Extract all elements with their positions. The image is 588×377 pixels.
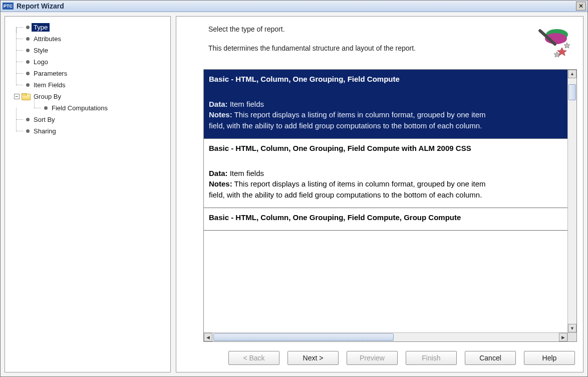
finish-button[interactable]: Finish (406, 351, 457, 365)
tree-item-field-computations[interactable]: Field Computations (32, 102, 167, 114)
window-title: Report Wizard (17, 2, 576, 10)
report-type-title: Basic - HTML, Column, One Grouping, Fiel… (209, 212, 562, 223)
tree-label: Style (32, 46, 50, 55)
bullet-icon (26, 26, 30, 29)
bullet-icon (26, 118, 30, 121)
scroll-track[interactable] (212, 333, 559, 341)
bullet-icon (44, 106, 48, 110)
report-type-title: Basic - HTML, Column, One Grouping, Fiel… (209, 74, 562, 85)
titlebar: PTC Report Wizard ✕ (1, 1, 587, 12)
wizard-body: Type Attributes Style Logo Parameters (1, 12, 587, 376)
bullet-icon (26, 60, 30, 64)
wizard-wand-icon (536, 24, 573, 59)
wizard-button-bar: < Back Next > Preview Finish Cancel Help (176, 348, 583, 372)
svg-marker-5 (554, 52, 560, 57)
notes-value: This report displays a listing of items … (209, 110, 485, 130)
scroll-corner (567, 333, 576, 341)
tree-item-item-fields[interactable]: Item Fields (14, 79, 167, 91)
scroll-up-icon[interactable]: ▲ (568, 70, 576, 78)
tree-label: Type (32, 23, 50, 32)
report-type-list: Basic - HTML, Column, One Grouping, Fiel… (203, 69, 577, 342)
tree-label: Logo (32, 58, 50, 66)
report-type-item[interactable]: Basic - HTML, Column, One Grouping, Fiel… (204, 70, 567, 139)
tree-label: Item Fields (32, 81, 68, 89)
back-button[interactable]: < Back (228, 351, 279, 365)
folder-icon (22, 93, 30, 100)
wizard-steps-tree: Type Attributes Style Logo Parameters (5, 16, 171, 372)
tree-label: Sort By (32, 115, 57, 124)
notes-label: Notes: (209, 179, 232, 188)
cancel-button[interactable]: Cancel (465, 351, 516, 365)
tree-item-sharing[interactable]: Sharing (14, 125, 167, 137)
tree-item-group-by[interactable]: − Group By (14, 91, 167, 102)
report-type-item[interactable]: Basic - HTML, Column, One Grouping, Fiel… (204, 139, 567, 208)
tree-label: Sharing (32, 127, 58, 135)
data-value: Item fields (230, 169, 264, 177)
data-value: Item fields (230, 100, 264, 108)
next-button[interactable]: Next > (287, 351, 339, 365)
report-wizard-window: PTC Report Wizard ✕ Type Attributes Styl… (0, 0, 588, 377)
tree-item-sort-by[interactable]: Sort By (14, 114, 167, 125)
tree-item-type[interactable]: Type (14, 22, 167, 33)
tree-label: Field Computations (50, 104, 110, 112)
tree-item-logo[interactable]: Logo (14, 56, 167, 68)
data-label: Data: (209, 169, 228, 177)
tree-label: Parameters (32, 69, 69, 78)
bullet-icon (26, 83, 30, 87)
scroll-right-icon[interactable]: ▶ (559, 333, 567, 341)
vertical-scrollbar[interactable]: ▲ ▼ (567, 70, 576, 332)
bullet-icon (26, 37, 30, 41)
header-line2: This determines the fundamental structur… (208, 43, 527, 54)
report-type-title: Basic - HTML, Column, One Grouping, Fiel… (209, 143, 562, 154)
tree-label: Attributes (32, 35, 63, 43)
horizontal-scrollbar[interactable]: ◀ ▶ (204, 332, 576, 341)
notes-value: This report displays a listing of items … (209, 179, 485, 199)
report-type-item[interactable]: Basic - HTML, Column, One Grouping, Fiel… (204, 208, 567, 231)
scroll-thumb[interactable] (568, 84, 576, 100)
svg-marker-4 (564, 43, 570, 48)
tree-item-attributes[interactable]: Attributes (14, 33, 167, 45)
header-line1: Select the type of report. (208, 24, 527, 35)
page-header: Select the type of report. This determin… (176, 17, 583, 65)
bullet-icon (26, 72, 30, 75)
preview-button[interactable]: Preview (347, 351, 398, 365)
tree-label: Group By (32, 92, 63, 101)
tree-item-parameters[interactable]: Parameters (14, 68, 167, 79)
ptc-logo: PTC (3, 3, 14, 10)
close-button[interactable]: ✕ (576, 2, 586, 11)
tree-item-style[interactable]: Style (14, 45, 167, 56)
scroll-left-icon[interactable]: ◀ (204, 333, 212, 341)
help-button[interactable]: Help (524, 351, 575, 365)
expander-icon[interactable]: − (14, 94, 20, 99)
scroll-track[interactable] (568, 78, 576, 324)
scroll-down-icon[interactable]: ▼ (568, 324, 576, 332)
notes-label: Notes: (209, 110, 232, 119)
scroll-thumb[interactable] (213, 333, 394, 341)
data-label: Data: (209, 100, 228, 108)
wizard-main-panel: Select the type of report. This determin… (176, 16, 583, 372)
bullet-icon (26, 49, 30, 52)
bullet-icon (26, 129, 30, 133)
